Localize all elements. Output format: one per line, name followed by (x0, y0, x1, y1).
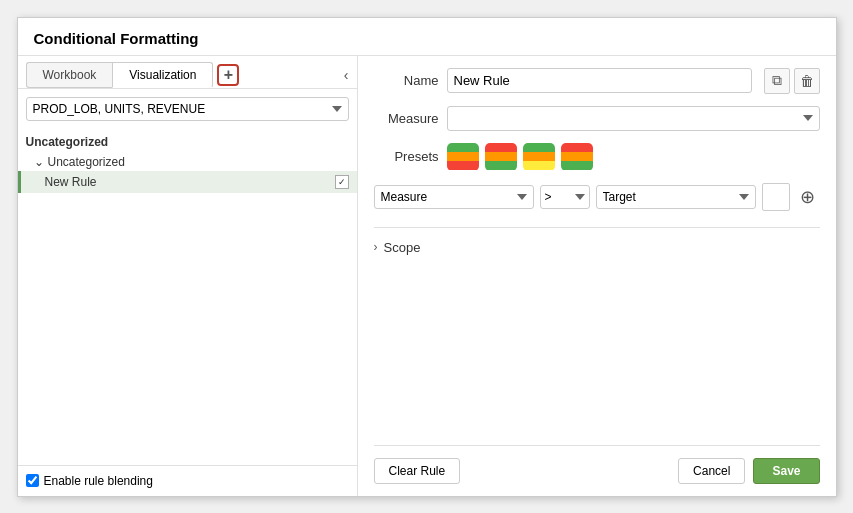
rule-item-checkbox[interactable]: ✓ (335, 175, 349, 189)
preset-3-stripe-top (523, 143, 555, 152)
left-footer: Enable rule blending (18, 465, 357, 496)
tab-workbook[interactable]: Workbook (26, 62, 113, 88)
preset-2-stripe-mid (485, 152, 517, 161)
scope-row[interactable]: › Scope (374, 236, 820, 259)
preset-1-stripe-bot (447, 161, 479, 170)
preset-3-stripe-mid (523, 152, 555, 161)
section-group-uncategorized[interactable]: ⌄ Uncategorized (18, 153, 357, 171)
condition-measure-select[interactable]: Measure (374, 185, 534, 209)
measure-label: Measure (374, 111, 439, 126)
preset-4-stripe-top (561, 143, 593, 152)
section-uncategorized-label: Uncategorized (18, 131, 357, 153)
condition-add-button[interactable]: ⊕ (796, 185, 820, 209)
condition-operator-select[interactable]: > < = (540, 185, 590, 209)
dialog-body: Workbook Visualization + ‹ PROD_LOB, UNI… (18, 56, 836, 496)
measure-dropdown[interactable]: PROD_LOB, UNITS, REVENUE (26, 97, 349, 121)
collapse-panel-button[interactable]: ‹ (344, 67, 349, 83)
tab-visualization[interactable]: Visualization (112, 62, 213, 88)
dialog-title: Conditional Formatting (18, 18, 836, 56)
preset-4-stripe-bot (561, 161, 593, 170)
enable-rule-blending-checkbox[interactable] (26, 474, 39, 487)
chevron-down-icon: ⌄ (34, 155, 44, 169)
right-panel: Name ⧉ 🗑 Measure Presets (358, 56, 836, 496)
measure-dropdown-row: PROD_LOB, UNITS, REVENUE (18, 89, 357, 125)
name-input[interactable] (447, 68, 752, 93)
preset-1-stripe-top (447, 143, 479, 152)
preset-2-button[interactable] (485, 143, 517, 171)
delete-rule-button[interactable]: 🗑 (794, 68, 820, 94)
rule-item-name: New Rule (45, 175, 335, 189)
measure-select[interactable] (447, 106, 820, 131)
enable-rule-blending-label: Enable rule blending (26, 474, 153, 488)
name-label: Name (374, 73, 439, 88)
name-row: Name ⧉ 🗑 (374, 68, 820, 94)
rule-list: Uncategorized ⌄ Uncategorized New Rule ✓ (18, 125, 357, 465)
add-rule-button[interactable]: + (217, 64, 239, 86)
rule-item-new-rule[interactable]: New Rule ✓ (18, 171, 357, 193)
preset-3-stripe-bot (523, 161, 555, 170)
conditional-formatting-dialog: Conditional Formatting Workbook Visualiz… (17, 17, 837, 497)
presets-row: Presets (374, 143, 820, 171)
save-button[interactable]: Save (753, 458, 819, 484)
right-footer: Clear Rule Cancel Save (374, 445, 820, 484)
preset-1-stripe-mid (447, 152, 479, 161)
preset-1-button[interactable] (447, 143, 479, 171)
group-label: Uncategorized (48, 155, 125, 169)
scope-chevron-icon: › (374, 240, 378, 254)
preset-4-button[interactable] (561, 143, 593, 171)
preset-4-stripe-mid (561, 152, 593, 161)
preset-2-stripe-bot (485, 161, 517, 170)
scope-label: Scope (384, 240, 421, 255)
name-actions: ⧉ 🗑 (764, 68, 820, 94)
preset-2-stripe-top (485, 143, 517, 152)
condition-row: Measure > < = Target ⊕ (374, 183, 820, 211)
condition-target-select[interactable]: Target (596, 185, 756, 209)
clear-rule-button[interactable]: Clear Rule (374, 458, 461, 484)
cancel-button[interactable]: Cancel (678, 458, 745, 484)
tab-bar: Workbook Visualization + ‹ (18, 56, 357, 89)
condition-color-button[interactable] (762, 183, 790, 211)
left-panel: Workbook Visualization + ‹ PROD_LOB, UNI… (18, 56, 358, 496)
measure-row: Measure (374, 106, 820, 131)
preset-3-button[interactable] (523, 143, 555, 171)
enable-rule-blending-text: Enable rule blending (44, 474, 153, 488)
preset-icons (447, 143, 593, 171)
separator (374, 227, 820, 228)
presets-label: Presets (374, 149, 439, 164)
copy-rule-button[interactable]: ⧉ (764, 68, 790, 94)
